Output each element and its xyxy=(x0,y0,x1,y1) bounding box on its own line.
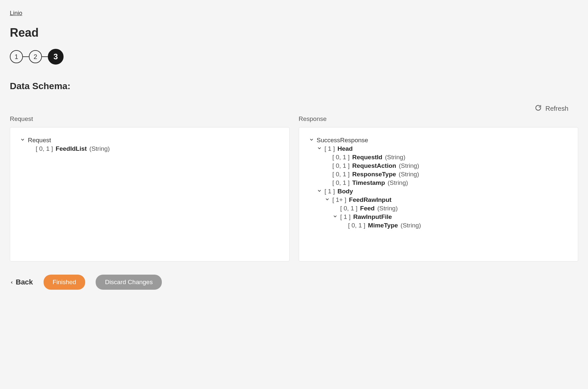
cardinality: [ 0, 1 ] xyxy=(340,205,358,212)
node-type: (String) xyxy=(401,222,421,229)
node-name: Head xyxy=(337,145,352,152)
response-panel: SuccessResponse [ 1 ] Head [ 0, 1 ] Requ… xyxy=(299,127,579,262)
cardinality: [ 0, 1 ] xyxy=(332,162,350,169)
tree-node-feedrawinput[interactable]: [ 1+ ] FeedRawInput xyxy=(309,196,568,204)
cardinality: [ 1 ] xyxy=(325,188,335,195)
node-name: ResponseType xyxy=(352,171,396,178)
tree-node-head[interactable]: [ 1 ] Head xyxy=(309,145,568,153)
finished-button[interactable]: Finished xyxy=(44,275,85,290)
node-type: (String) xyxy=(385,154,405,161)
request-panel: Request [ 0, 1 ] FeedIdList (String) xyxy=(10,127,290,262)
page-title: Read xyxy=(10,26,578,40)
cardinality: [ 0, 1 ] xyxy=(332,171,350,178)
node-type: (String) xyxy=(388,179,408,186)
chevron-down-icon xyxy=(317,145,322,152)
node-label: Request xyxy=(28,137,51,144)
footer-actions: Back Finished Discard Changes xyxy=(10,275,578,290)
node-name: RequestId xyxy=(352,154,382,161)
step-connector xyxy=(42,56,48,57)
refresh-label: Refresh xyxy=(545,105,568,112)
refresh-icon xyxy=(535,105,541,113)
node-type: (String) xyxy=(89,145,110,152)
tree-node-rawinputfile[interactable]: [ 1 ] RawInputFile xyxy=(309,213,568,221)
node-name: RawInputFile xyxy=(353,213,392,221)
step-1[interactable]: 1 xyxy=(10,50,23,63)
node-name: MimeType xyxy=(368,222,398,229)
chevron-down-icon xyxy=(309,137,314,144)
cardinality: [ 1 ] xyxy=(325,145,335,152)
cardinality: [ 0, 1 ] xyxy=(36,145,53,152)
tree-node-timestamp[interactable]: [ 0, 1 ] Timestamp (String) xyxy=(309,179,568,187)
request-panel-label: Request xyxy=(10,115,290,123)
cardinality: [ 0, 1 ] xyxy=(332,179,350,186)
response-panel-label: Response xyxy=(299,115,579,123)
section-title: Data Schema: xyxy=(10,81,578,91)
refresh-button[interactable]: Refresh xyxy=(535,105,568,113)
node-type: (String) xyxy=(399,171,419,178)
tree-node-feed[interactable]: [ 0, 1 ] Feed (String) xyxy=(309,204,568,213)
stepper: 1 2 3 xyxy=(10,49,578,65)
cardinality: [ 1 ] xyxy=(340,213,351,221)
cardinality: [ 0, 1 ] xyxy=(332,154,350,161)
step-2[interactable]: 2 xyxy=(29,50,42,63)
step-connector xyxy=(23,56,29,57)
tree-node-responsetype[interactable]: [ 0, 1 ] ResponseType (String) xyxy=(309,170,568,179)
back-button[interactable]: Back xyxy=(10,278,33,286)
breadcrumb-link[interactable]: Linio xyxy=(10,10,22,17)
tree-node-body[interactable]: [ 1 ] Body xyxy=(309,187,568,196)
tree-node-requestid[interactable]: [ 0, 1 ] RequestId (String) xyxy=(309,153,568,162)
tree-node-feedidlist[interactable]: [ 0, 1 ] FeedIdList (String) xyxy=(20,145,279,153)
tree-node-mimetype[interactable]: [ 0, 1 ] MimeType (String) xyxy=(309,221,568,230)
node-name: FeedRawInput xyxy=(349,196,391,204)
cardinality: [ 0, 1 ] xyxy=(348,222,366,229)
back-label: Back xyxy=(16,278,33,286)
chevron-down-icon xyxy=(20,137,25,144)
node-type: (String) xyxy=(377,205,398,212)
tree-node-successresponse[interactable]: SuccessResponse xyxy=(309,136,568,145)
node-name: FeedIdList xyxy=(56,145,87,152)
node-name: RequestAction xyxy=(352,162,396,169)
chevron-down-icon xyxy=(325,196,330,204)
node-name: Feed xyxy=(360,205,374,212)
tree-node-request[interactable]: Request xyxy=(20,136,279,145)
chevron-down-icon xyxy=(317,188,322,195)
step-3[interactable]: 3 xyxy=(48,49,64,65)
node-type: (String) xyxy=(399,162,419,169)
tree-node-requestaction[interactable]: [ 0, 1 ] RequestAction (String) xyxy=(309,162,568,170)
chevron-left-icon xyxy=(10,278,14,286)
node-label: SuccessResponse xyxy=(317,137,368,144)
chevron-down-icon xyxy=(332,213,338,221)
node-name: Timestamp xyxy=(352,179,385,186)
cardinality: [ 1+ ] xyxy=(332,196,347,204)
node-name: Body xyxy=(337,188,353,195)
discard-changes-button[interactable]: Discard Changes xyxy=(96,275,162,290)
